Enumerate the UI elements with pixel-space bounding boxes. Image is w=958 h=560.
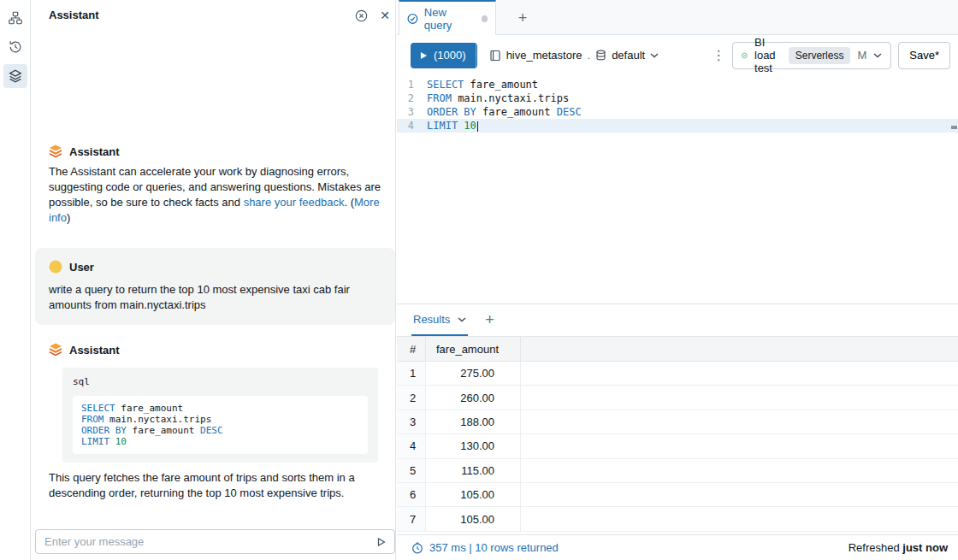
message-input[interactable] xyxy=(44,535,377,548)
fare-amount-column-header[interactable]: fare_amount xyxy=(426,337,521,361)
editor-line[interactable]: 4LIMIT 10 xyxy=(397,119,958,133)
run-button[interactable]: (1000) xyxy=(411,43,476,68)
assistant-explanation: This query fetches the fare amount of tr… xyxy=(49,470,391,501)
tab-status-dot xyxy=(482,15,488,22)
history-button[interactable] xyxy=(3,35,27,59)
fare-amount-cell: 188.00 xyxy=(426,410,521,433)
intro-text-segment: . ( xyxy=(344,196,354,209)
intro-text-segment: ) xyxy=(67,211,70,224)
add-results-tab-button[interactable]: + xyxy=(485,311,494,329)
user-message-header: User xyxy=(49,260,381,274)
results-footer: 357 ms | 10 rows returned Refreshed just… xyxy=(397,534,958,560)
catalog-icon xyxy=(489,50,501,62)
results-panel: Results + # fare_amount 1275.002260.0031… xyxy=(397,304,958,560)
fare-amount-cell: 275.00 xyxy=(426,362,521,385)
catalog-schema-selector[interactable]: hive_metastore . default xyxy=(489,49,659,62)
rows-returned: 10 rows returned xyxy=(475,541,559,554)
workspace-icon xyxy=(8,10,23,26)
line-number: 3 xyxy=(397,105,424,119)
assistant-rail-button[interactable] xyxy=(3,64,27,88)
editor-tabbar: New query + xyxy=(397,0,958,35)
table-row[interactable]: 5115.00 xyxy=(397,459,958,483)
fare-amount-cell: 260.00 xyxy=(426,386,521,409)
tab-label: New query xyxy=(424,6,473,32)
chevron-down-icon xyxy=(873,53,882,58)
assistant-panel-title: Assistant xyxy=(49,9,99,21)
results-table-header: # fare_amount xyxy=(397,336,958,362)
line-number: 4 xyxy=(397,119,424,133)
tab-new-query[interactable]: New query xyxy=(399,0,496,35)
warehouse-running-icon xyxy=(742,50,748,62)
assistant-intro-text: The Assistant can accelerate your work b… xyxy=(49,164,382,226)
table-row[interactable]: 1275.00 xyxy=(397,362,958,386)
assistant-panel: Assistant ✕ Assistant The Assistant can … xyxy=(32,0,396,560)
refreshed-status: Refreshed just now xyxy=(849,541,948,554)
send-icon[interactable] xyxy=(377,538,386,546)
results-tabbar: Results + xyxy=(397,304,958,336)
chat-code-line: ORDER BY fare_amount DESC xyxy=(81,425,359,436)
row-number-cell: 2 xyxy=(397,386,426,409)
chevron-down-icon xyxy=(458,317,466,322)
fare-amount-cell: 115.00 xyxy=(426,459,521,482)
code-language-label: sql xyxy=(73,376,368,387)
sql-editor[interactable]: 1SELECT fare_amount2FROM main.nyctaxi.tr… xyxy=(397,75,958,304)
run-button-group: (1000) xyxy=(411,43,477,68)
warehouse-selector[interactable]: BI load test Serverless M xyxy=(732,42,891,69)
results-table-body: 1275.002260.003188.004130.005115.006105.… xyxy=(397,362,958,535)
editor-lines: 1SELECT fare_amount2FROM main.nyctaxi.tr… xyxy=(397,75,958,133)
message-author: Assistant xyxy=(69,344,120,357)
circle-x-icon xyxy=(355,9,368,22)
fare-amount-cell: 130.00 xyxy=(426,434,521,457)
workspace-button[interactable] xyxy=(3,6,27,30)
table-row[interactable]: 2260.00 xyxy=(397,386,958,410)
restart-conversation-button[interactable] xyxy=(353,8,369,23)
chat-code-line: LIMIT 10 xyxy=(81,436,359,447)
row-number-cell: 1 xyxy=(397,362,426,385)
table-row[interactable]: 7105.00 xyxy=(397,507,958,531)
add-tab-button[interactable]: + xyxy=(512,7,534,29)
user-message: User write a query to return the top 10 … xyxy=(35,248,395,325)
left-rail xyxy=(0,0,31,560)
play-icon xyxy=(420,51,428,60)
row-number-cell: 7 xyxy=(397,507,426,530)
table-row[interactable]: 3188.00 xyxy=(397,410,958,434)
stats-separator: | xyxy=(469,541,471,554)
tab-results[interactable]: Results xyxy=(411,304,468,336)
saved-check-icon xyxy=(407,13,418,25)
close-assistant-button[interactable]: ✕ xyxy=(377,8,393,23)
editor-toolbar: (1000) hive_metastore . default xyxy=(397,35,958,75)
query-stats: 357 ms | 10 rows returned xyxy=(429,541,559,554)
chat-sql-code: SELECT fare_amountFROM main.nyctaxi.trip… xyxy=(73,396,368,454)
serverless-badge: Serverless xyxy=(789,47,851,64)
results-tab-label: Results xyxy=(413,313,450,326)
assistant-icon xyxy=(8,68,23,84)
message-author: User xyxy=(69,261,94,274)
warehouse-size: M xyxy=(857,49,866,62)
database-icon xyxy=(595,50,606,61)
row-number-column-header[interactable]: # xyxy=(397,337,426,361)
row-number-cell: 5 xyxy=(397,459,426,482)
run-options-button[interactable] xyxy=(476,43,477,68)
table-row[interactable]: 4130.00 xyxy=(397,434,958,458)
catalog-name: hive_metastore xyxy=(506,49,582,62)
chat-code-line: SELECT fare_amount xyxy=(81,403,359,414)
row-number-cell: 4 xyxy=(397,434,426,457)
kebab-menu-icon[interactable]: ⋮ xyxy=(712,49,725,62)
chat-code-line: FROM main.nyctaxi.trips xyxy=(81,414,359,425)
refreshed-time: just now xyxy=(902,541,948,554)
chevron-down-icon xyxy=(650,53,659,58)
editor-line[interactable]: 2FROM main.nyctaxi.trips xyxy=(397,91,958,105)
assistant-avatar-icon xyxy=(49,343,62,357)
warehouse-name: BI load test xyxy=(754,36,782,74)
fare-amount-cell: 105.00 xyxy=(426,483,521,506)
table-row[interactable]: 6105.00 xyxy=(397,483,958,507)
save-button[interactable]: Save* xyxy=(898,42,950,69)
editor-line[interactable]: 3ORDER BY fare_amount DESC xyxy=(397,105,958,119)
scrollbar-cursor-marker xyxy=(951,126,957,129)
sql-editor-pane: New query + (1000) xyxy=(397,0,958,560)
share-feedback-link[interactable]: share your feedback xyxy=(244,196,345,209)
assistant-message-header: Assistant xyxy=(49,343,120,357)
editor-line[interactable]: 1SELECT fare_amount xyxy=(397,78,958,91)
user-avatar-icon xyxy=(49,260,62,274)
message-author: Assistant xyxy=(69,145,120,158)
